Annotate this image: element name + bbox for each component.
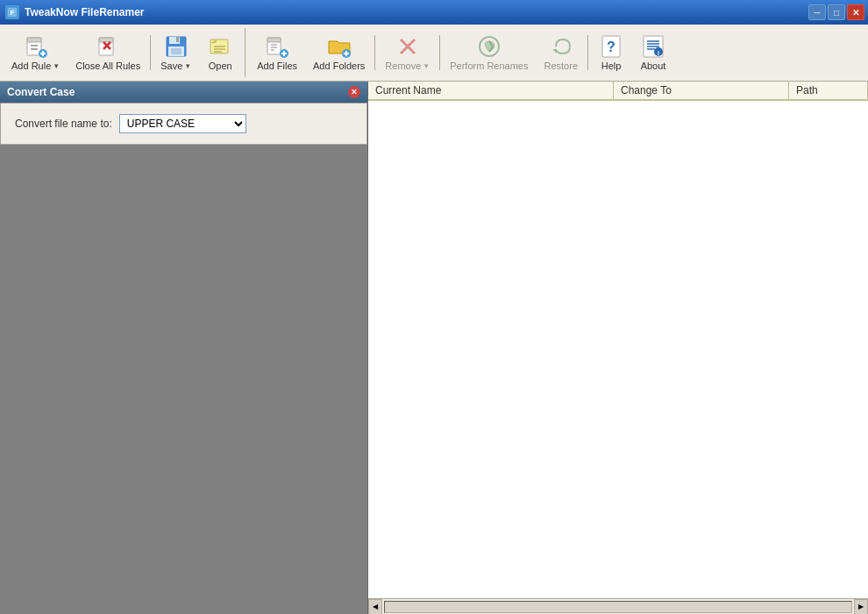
restore-label: Restore bbox=[544, 61, 579, 71]
perform-renames-button[interactable]: Perform Renames bbox=[442, 30, 536, 75]
help-icon: ? bbox=[599, 34, 623, 59]
left-panel-empty bbox=[0, 145, 367, 614]
widget-row: Convert file name to: UPPER CASE lower c… bbox=[15, 114, 352, 133]
remove-icon bbox=[395, 34, 420, 59]
add-rule-dropdown-arrow: ▼ bbox=[53, 62, 60, 70]
convert-case-widget: Convert Case ✕ Convert file name to: UPP… bbox=[0, 82, 367, 145]
perform-renames-icon bbox=[477, 34, 502, 59]
title-bar: F TweakNow FileRenamer ─ □ ✕ bbox=[0, 0, 868, 25]
svg-text:F: F bbox=[11, 9, 15, 17]
toolbar-separator-3 bbox=[439, 35, 440, 70]
svg-rect-15 bbox=[176, 37, 179, 42]
toolbar-separator-2 bbox=[374, 35, 375, 70]
add-rule-icon bbox=[24, 34, 48, 59]
add-folders-label: Add Folders bbox=[313, 61, 365, 71]
main-toolbar: Add Rule ▼ Close All Rules bbox=[0, 25, 868, 82]
right-panel: Current Name Change To Path ◀ ▶ bbox=[368, 82, 868, 614]
col-current-name: Current Name bbox=[368, 82, 614, 99]
add-files-icon bbox=[265, 34, 289, 59]
save-label: Save bbox=[160, 61, 182, 71]
toolbar-right-section: Add Files Add Folders bbox=[245, 28, 868, 77]
open-icon bbox=[208, 34, 232, 59]
close-all-rules-label: Close All Rules bbox=[75, 61, 140, 71]
remove-button[interactable]: Remove ▼ bbox=[377, 30, 438, 75]
add-folders-button[interactable]: Add Folders bbox=[305, 30, 373, 75]
add-rule-label: Add Rule bbox=[11, 61, 51, 71]
restore-button[interactable]: Restore bbox=[537, 30, 587, 75]
svg-text:?: ? bbox=[607, 39, 615, 54]
widget-close-button[interactable]: ✕ bbox=[348, 86, 360, 98]
scroll-left-button[interactable]: ◀ bbox=[368, 599, 382, 615]
main-content: Convert Case ✕ Convert file name to: UPP… bbox=[0, 82, 868, 614]
left-panel: Convert Case ✕ Convert file name to: UPP… bbox=[0, 82, 368, 614]
widget-header: Convert Case ✕ bbox=[0, 82, 367, 103]
case-select[interactable]: UPPER CASE lower case Title Case Sentenc… bbox=[119, 114, 246, 133]
toolbar-separator-4 bbox=[587, 35, 588, 70]
svg-rect-3 bbox=[27, 38, 41, 42]
save-button[interactable]: Save ▼ bbox=[153, 30, 199, 75]
remove-dropdown-arrow: ▼ bbox=[423, 62, 430, 70]
minimize-button[interactable]: ─ bbox=[808, 4, 826, 20]
save-icon bbox=[164, 34, 189, 59]
scrollbar-track[interactable] bbox=[384, 601, 852, 613]
file-list-header: Current Name Change To Path bbox=[368, 82, 868, 101]
app-icon: F bbox=[5, 5, 19, 19]
widget-body: Convert file name to: UPPER CASE lower c… bbox=[0, 103, 367, 145]
remove-label: Remove bbox=[385, 61, 421, 71]
help-label: Help bbox=[601, 61, 622, 71]
svg-rect-10 bbox=[99, 38, 113, 42]
widget-label: Convert file name to: bbox=[15, 118, 112, 130]
scroll-right-button[interactable]: ▶ bbox=[854, 599, 868, 615]
add-folders-icon bbox=[327, 34, 352, 59]
add-rule-button[interactable]: Add Rule ▼ bbox=[4, 30, 68, 75]
add-files-button[interactable]: Add Files bbox=[249, 30, 305, 75]
toolbar-left-section: Add Rule ▼ Close All Rules bbox=[0, 28, 245, 77]
svg-rect-17 bbox=[171, 48, 181, 54]
about-button[interactable]: i About bbox=[632, 30, 674, 75]
restore-icon bbox=[549, 34, 573, 59]
open-button[interactable]: Open bbox=[199, 30, 241, 75]
open-label: Open bbox=[209, 61, 232, 71]
close-all-rules-icon bbox=[96, 34, 120, 59]
title-bar-left: F TweakNow FileRenamer bbox=[5, 5, 145, 19]
perform-renames-label: Perform Renames bbox=[450, 61, 528, 71]
toolbar-separator-1 bbox=[150, 35, 151, 70]
close-button[interactable]: ✕ bbox=[847, 4, 864, 20]
svg-rect-24 bbox=[267, 38, 281, 42]
col-path: Path bbox=[789, 82, 868, 99]
maximize-button[interactable]: □ bbox=[828, 4, 845, 20]
widget-title: Convert Case bbox=[7, 86, 75, 98]
app-title: TweakNow FileRenamer bbox=[25, 6, 145, 18]
add-files-label: Add Files bbox=[257, 61, 297, 71]
window-controls: ─ □ ✕ bbox=[808, 4, 864, 20]
svg-text:i: i bbox=[658, 50, 659, 56]
file-list-body bbox=[368, 101, 868, 598]
bottom-scrollbar: ◀ ▶ bbox=[368, 598, 868, 614]
close-all-rules-button[interactable]: Close All Rules bbox=[68, 30, 148, 75]
about-label: About bbox=[641, 61, 666, 71]
col-change-to: Change To bbox=[614, 82, 789, 99]
help-button[interactable]: ? Help bbox=[590, 30, 632, 75]
save-dropdown-arrow: ▼ bbox=[184, 62, 191, 70]
about-icon: i bbox=[641, 34, 665, 59]
